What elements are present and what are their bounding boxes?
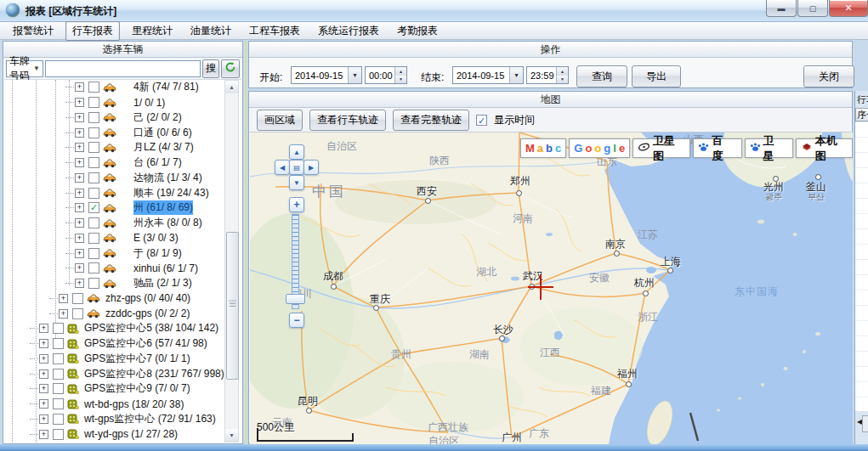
tree-checkbox[interactable] (88, 188, 99, 199)
close-button[interactable]: ✕ (829, 0, 868, 17)
tree-label[interactable]: 顺丰 (19/ 24/ 43) (133, 186, 209, 200)
tree-checkbox[interactable] (53, 338, 64, 349)
tree-label[interactable]: GPS监控中心6 (57/ 41/ 98) (84, 336, 207, 351)
tree-label[interactable]: wt-bd-gps (18/ 20/ 38) (84, 398, 184, 410)
scrollbar-thumb[interactable] (226, 232, 239, 380)
tree-label[interactable]: wt-gps监控中心 (72/ 91/ 163) (84, 412, 216, 426)
expand-icon[interactable]: + (75, 234, 84, 243)
expand-icon[interactable]: + (75, 98, 84, 107)
tree-checkbox[interactable] (88, 217, 99, 228)
scroll-down-icon[interactable]: ▼ (225, 429, 238, 442)
zoom-out-button[interactable]: − (289, 313, 304, 328)
tree-label[interactable]: xinhui (6/ 1/ 7) (133, 262, 198, 274)
tree-label[interactable]: wt-yd-gps (1/ 27/ 28) (84, 428, 178, 440)
serial-column-header[interactable]: 序号 (855, 108, 868, 121)
tree-checkbox[interactable] (53, 383, 64, 394)
tree-checkbox[interactable] (53, 353, 64, 364)
tree-label[interactable]: 台 (6/ 1/ 7) (133, 155, 182, 170)
tab-report-2[interactable]: 里程统计 (126, 22, 179, 40)
refresh-button[interactable] (221, 59, 240, 78)
map-canvas[interactable]: 中国东中国海自治区山西陕西山东河南江苏安徽湖北四川浙江江西湖南贵州云南福建广东广… (250, 132, 853, 444)
expand-icon[interactable]: + (75, 128, 84, 138)
spin-up-icon[interactable]: ▲ (557, 67, 568, 76)
tree-vertical-scrollbar[interactable]: ▲ ▼ (224, 80, 239, 443)
expand-icon[interactable]: + (75, 189, 84, 198)
tree-checkbox[interactable] (88, 278, 99, 289)
title-bar[interactable]: 报表 [区域行车统计] ▬▢✕ (0, 0, 868, 22)
expand-icon[interactable]: + (39, 369, 48, 379)
export-button[interactable]: 导出 (632, 65, 681, 87)
chevron-down-icon[interactable]: ▼ (509, 67, 523, 83)
search-input[interactable] (45, 60, 201, 77)
tree-label[interactable]: E (3/ 0/ 3) (133, 232, 179, 244)
chevron-down-icon[interactable]: ▼ (348, 67, 361, 83)
pan-center-button[interactable]: ▤ (289, 160, 304, 175)
map-layer-mapabc[interactable]: Mabc (520, 138, 566, 158)
tree-label[interactable]: GPS监控中心8 (231/ 767/ 998) (84, 367, 224, 381)
query-button[interactable]: 查询 (576, 65, 627, 87)
expand-icon[interactable]: + (75, 173, 84, 183)
expand-icon[interactable]: + (75, 263, 84, 273)
tree-checkbox[interactable] (88, 248, 99, 259)
map-layer-google[interactable]: Google (569, 138, 630, 158)
tree-label[interactable]: 口通 (0/ 6/ 6) (133, 126, 192, 140)
start-date-picker[interactable]: 2014-09-15 ▼ (291, 66, 362, 84)
draw-area-button[interactable]: 画区域 (257, 110, 303, 131)
expand-icon[interactable]: + (75, 158, 84, 167)
tree-label[interactable]: zhz-gps (0/ 40/ 40) (105, 292, 190, 304)
zoom-in-button[interactable]: + (289, 197, 304, 212)
spinner-arrows[interactable]: ▲▼ (556, 67, 568, 83)
pan-right-button[interactable]: ▶ (304, 160, 319, 175)
expand-icon[interactable]: + (39, 384, 48, 393)
tree-label[interactable]: GPS监控中心9 (7/ 0/ 7) (84, 381, 190, 396)
tab-report-0[interactable]: 报警统计 (7, 22, 60, 40)
pan-left-button[interactable]: ◀ (275, 160, 290, 175)
panel-splitter[interactable] (244, 41, 247, 444)
expand-icon[interactable]: + (75, 143, 84, 152)
tree-label[interactable]: 州 (61/ 8/ 69) (133, 200, 193, 215)
tree-checkbox[interactable]: ✓ (88, 202, 99, 213)
expand-icon[interactable]: + (39, 430, 48, 439)
end-date-picker[interactable]: 2014-09-15 ▼ (452, 66, 524, 84)
tree-label[interactable]: 于 (8/ 1/ 9) (133, 246, 182, 261)
tree-checkbox[interactable] (88, 127, 99, 138)
search-field-dropdown[interactable]: 车牌号码 ▼ (6, 60, 43, 77)
scroll-up-icon[interactable]: ▲ (225, 81, 238, 93)
start-time-spinner[interactable]: 00:00 ▲▼ (365, 66, 407, 84)
expand-icon[interactable]: + (59, 294, 68, 303)
tree-checkbox[interactable] (88, 142, 99, 153)
view-full-track-button[interactable]: 查看完整轨迹 (393, 110, 469, 131)
tree-checkbox[interactable] (53, 429, 64, 440)
end-time-spinner[interactable]: 23:59 ▲▼ (526, 66, 569, 84)
tree-label[interactable]: 月LZ (4/ 3/ 7) (133, 140, 194, 155)
show-time-checkbox[interactable]: ✓ (476, 115, 487, 126)
tree-label[interactable]: 州永丰 (8/ 0/ 8) (133, 216, 202, 230)
tree-label[interactable]: 1/ 0/ 1) (133, 97, 165, 109)
expand-icon[interactable]: + (75, 218, 84, 228)
tab-report-4[interactable]: 工程车报表 (243, 22, 306, 40)
map-layer-baidu-satellite[interactable]: 卫 星 (745, 138, 793, 158)
spin-up-icon[interactable]: ▲ (395, 67, 406, 76)
tree-label[interactable]: 驰晶 (2/ 1/ 3) (133, 276, 192, 290)
tree-checkbox[interactable] (88, 97, 99, 108)
expand-icon[interactable]: + (39, 324, 48, 333)
expand-icon[interactable]: + (39, 339, 48, 348)
zoom-slider-thumb[interactable] (286, 294, 305, 304)
pan-down-button[interactable]: ▼ (289, 175, 304, 190)
expand-icon[interactable]: + (75, 203, 84, 212)
search-button[interactable]: 搜 (202, 59, 219, 78)
tree-label[interactable]: GPS监控中心7 (0/ 1/ 1) (84, 352, 190, 366)
map-layer-local-map[interactable]: 本机图 (796, 138, 853, 158)
tree-label[interactable]: 己 (2/ 0/ 2) (133, 110, 182, 125)
expand-icon[interactable]: + (75, 82, 84, 92)
tree-checkbox[interactable] (72, 293, 83, 304)
tree-checkbox[interactable] (88, 82, 99, 93)
tree-label[interactable]: GPS监控中心5 (38/ 104/ 142) (84, 321, 218, 335)
spin-down-icon[interactable]: ▼ (395, 76, 406, 84)
expand-icon[interactable]: + (39, 354, 48, 364)
tree-checkbox[interactable] (53, 369, 64, 380)
expand-icon[interactable]: + (75, 249, 84, 258)
view-track-button[interactable]: 查看行车轨迹 (309, 110, 386, 131)
tree-checkbox[interactable] (53, 398, 64, 409)
spinner-arrows[interactable]: ▲▼ (394, 67, 406, 83)
